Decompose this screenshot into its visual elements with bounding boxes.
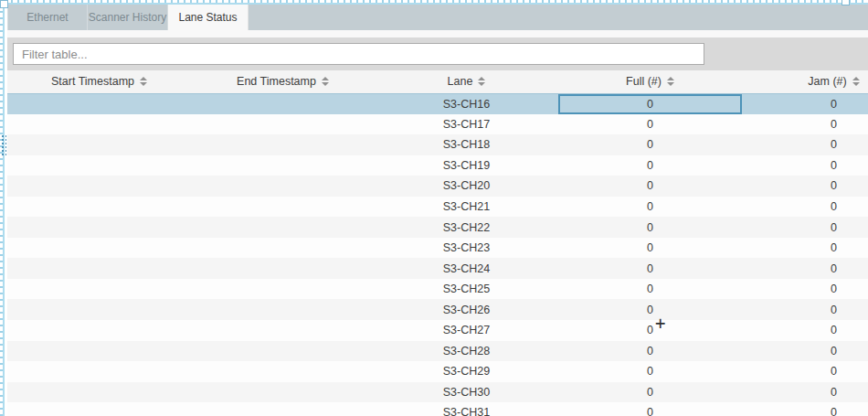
cell-lane[interactable]: S3-CH24: [375, 258, 558, 279]
table-row[interactable]: S3-CH24 0 0: [7, 258, 868, 279]
cell-full-focused[interactable]: 0: [558, 93, 742, 114]
cell-lane[interactable]: S3-CH27: [375, 320, 558, 341]
cell-end[interactable]: [191, 114, 375, 135]
cell-end[interactable]: [191, 279, 375, 300]
cell-end[interactable]: [191, 402, 375, 416]
filter-table-input[interactable]: [13, 43, 704, 65]
tab-ethernet[interactable]: Ethernet: [7, 5, 88, 30]
cell-end[interactable]: [191, 341, 375, 362]
table-row[interactable]: S3-CH25 0 0: [7, 279, 868, 300]
cell-end[interactable]: [191, 134, 375, 155]
cell-jam[interactable]: 0: [742, 217, 868, 238]
cell-end[interactable]: [191, 217, 375, 238]
cell-lane[interactable]: S3-CH26: [375, 299, 558, 320]
cell-full[interactable]: 0: [558, 361, 742, 382]
selection-grab-handle-left[interactable]: [0, 133, 6, 157]
cell-start[interactable]: [7, 258, 191, 279]
cell-lane[interactable]: S3-CH22: [375, 217, 558, 238]
cell-full[interactable]: 0: [558, 134, 742, 155]
cell-start[interactable]: [7, 341, 191, 362]
column-header-end-timestamp[interactable]: End Timestamp: [191, 70, 375, 93]
cell-jam[interactable]: 0: [742, 341, 868, 362]
cell-jam[interactable]: 0: [742, 402, 868, 416]
cell-start[interactable]: [7, 279, 191, 300]
cell-full[interactable]: 0: [558, 155, 742, 176]
cell-jam[interactable]: 0: [742, 176, 868, 197]
cell-full[interactable]: 0: [558, 341, 742, 362]
table-row[interactable]: S3-CH22 0 0: [7, 217, 868, 238]
cell-lane[interactable]: S3-CH21: [375, 197, 558, 218]
cell-start[interactable]: [7, 176, 191, 197]
cell-lane[interactable]: S3-CH19: [375, 155, 558, 176]
cell-lane[interactable]: S3-CH18: [375, 134, 558, 155]
selection-handle-top-left[interactable]: [0, 0, 8, 8]
cell-jam[interactable]: 0: [742, 382, 868, 403]
cell-jam[interactable]: 0: [742, 361, 868, 382]
column-header-lane[interactable]: Lane: [375, 70, 558, 93]
cell-start[interactable]: [7, 114, 191, 135]
table-row[interactable]: S3-CH17 0 0: [7, 114, 868, 135]
cell-full[interactable]: 0: [558, 238, 742, 259]
table-row[interactable]: S3-CH18 0 0: [7, 134, 868, 155]
cell-end[interactable]: [191, 382, 375, 403]
column-header-jam[interactable]: Jam (#): [742, 70, 868, 93]
table-row[interactable]: S3-CH31 0 0: [7, 402, 868, 416]
cell-start[interactable]: [7, 217, 191, 238]
table-row[interactable]: S3-CH23 0 0: [7, 238, 868, 259]
cell-lane[interactable]: S3-CH30: [375, 382, 558, 403]
tab-scanner-history[interactable]: Scanner History: [88, 5, 168, 30]
table-row[interactable]: S3-CH19 0 0: [7, 155, 868, 176]
cell-jam[interactable]: 0: [742, 155, 868, 176]
cell-jam[interactable]: 0: [742, 134, 868, 155]
cell-jam[interactable]: 0: [742, 258, 868, 279]
cell-lane[interactable]: S3-CH23: [375, 238, 558, 259]
cell-lane[interactable]: S3-CH17: [375, 114, 558, 135]
cell-jam[interactable]: 0: [742, 299, 868, 320]
column-header-start-timestamp[interactable]: Start Timestamp: [7, 70, 191, 93]
cell-start[interactable]: [7, 155, 191, 176]
cell-full[interactable]: 0: [558, 279, 742, 300]
cell-full[interactable]: 0: [558, 299, 742, 320]
cell-jam[interactable]: 0: [742, 238, 868, 259]
cell-lane[interactable]: S3-CH31: [375, 402, 558, 416]
table-row-selected[interactable]: S3-CH16 0 0: [7, 93, 868, 114]
cell-start[interactable]: [7, 134, 191, 155]
column-header-full[interactable]: Full (#): [558, 70, 742, 93]
cell-jam[interactable]: 0: [742, 320, 868, 341]
selection-handle-top-right[interactable]: [842, 0, 850, 5]
table-row[interactable]: S3-CH20 0 0: [7, 176, 868, 197]
cell-end[interactable]: [191, 320, 375, 341]
table-row[interactable]: S3-CH26 0 0: [7, 299, 868, 320]
cell-full[interactable]: 0: [558, 320, 742, 341]
cell-end[interactable]: [191, 155, 375, 176]
cell-full[interactable]: 0: [558, 197, 742, 218]
table-row[interactable]: S3-CH30 0 0: [7, 382, 868, 403]
cell-jam[interactable]: 0: [742, 93, 868, 114]
cell-end[interactable]: [191, 93, 375, 114]
table-row[interactable]: S3-CH21 0 0: [7, 197, 868, 218]
table-row[interactable]: S3-CH29 0 0: [7, 361, 868, 382]
cell-end[interactable]: [191, 176, 375, 197]
cell-start[interactable]: [7, 402, 191, 416]
cell-lane[interactable]: S3-CH20: [375, 176, 558, 197]
cell-end[interactable]: [191, 361, 375, 382]
cell-end[interactable]: [191, 258, 375, 279]
cell-end[interactable]: [191, 238, 375, 259]
cell-start[interactable]: [7, 299, 191, 320]
cell-end[interactable]: [191, 197, 375, 218]
cell-lane[interactable]: S3-CH16: [375, 93, 558, 114]
cell-jam[interactable]: 0: [742, 279, 868, 300]
cell-start[interactable]: [7, 320, 191, 341]
cell-jam[interactable]: 0: [742, 114, 868, 135]
cell-lane[interactable]: S3-CH28: [375, 341, 558, 362]
cell-start[interactable]: [7, 382, 191, 403]
cell-full[interactable]: 0: [558, 176, 742, 197]
table-row[interactable]: S3-CH28 0 0: [7, 341, 868, 362]
cell-lane[interactable]: S3-CH25: [375, 279, 558, 300]
cell-end[interactable]: [191, 299, 375, 320]
cell-full[interactable]: 0: [558, 217, 742, 238]
cell-jam[interactable]: 0: [742, 197, 868, 218]
cell-start[interactable]: [7, 238, 191, 259]
cell-lane[interactable]: S3-CH29: [375, 361, 558, 382]
cell-full[interactable]: 0: [558, 258, 742, 279]
